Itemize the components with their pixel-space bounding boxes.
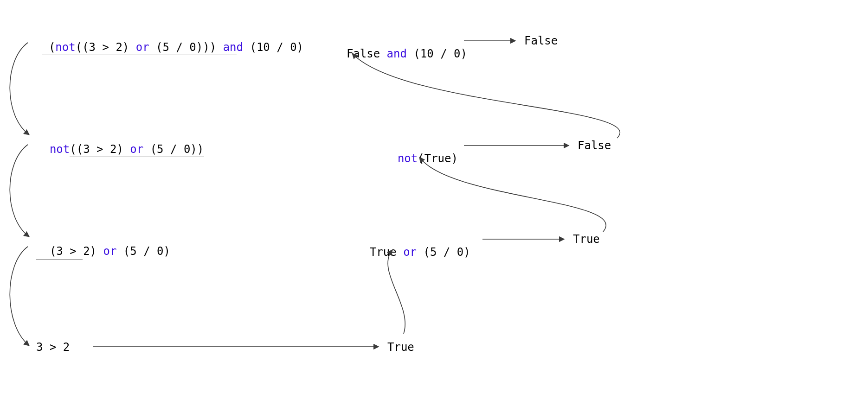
arrow-s1-to-s2 (10, 43, 29, 134)
result-not-true-out: False (578, 139, 611, 152)
tok: (10 / 0) (407, 47, 467, 60)
result-false-and-out: False (524, 34, 558, 47)
kw-or: or (130, 143, 143, 156)
tok: (5 / 0))) (149, 41, 223, 54)
tok: (5 / 0) (417, 246, 470, 259)
kw-not: not (55, 41, 75, 54)
arrows-layer (0, 0, 868, 406)
step3-expr: (3 > 2) or (5 / 0) (36, 232, 170, 258)
result-true-bottom: True (387, 341, 414, 354)
tok: (10 / 0) (243, 41, 303, 54)
arrow-true-to-nottrue (420, 158, 606, 232)
tok: True (370, 246, 403, 259)
kw-and: and (223, 41, 243, 54)
tok: (True) (418, 152, 458, 165)
step1-underline (42, 55, 237, 55)
tok: ( (49, 41, 55, 54)
step4-expr: 3 > 2 (36, 341, 70, 354)
kw-not: not (50, 143, 70, 156)
kw-or: or (403, 246, 417, 259)
tok: False (347, 47, 387, 60)
arrow-s2-to-s3 (10, 145, 29, 236)
arrow-s3-to-s4 (10, 247, 29, 345)
kw-or: or (136, 41, 149, 54)
result-true-or: True or (5 / 0) (356, 233, 470, 259)
arrow-false-to-falseand (353, 54, 620, 138)
result-not-true: not(True) (384, 139, 458, 165)
tok: ((3 > 2) (70, 143, 130, 156)
kw-or: or (103, 245, 117, 258)
tok: (3 > 2) (50, 245, 103, 258)
arrow-true-to-trueor (388, 250, 405, 334)
step2-underline (70, 157, 204, 157)
step1-expr: (not((3 > 2) or (5 / 0))) and (10 / 0) (35, 28, 303, 54)
step2-expr: not((3 > 2) or (5 / 0)) (36, 130, 204, 156)
tok: (5 / 0) (116, 245, 170, 258)
kw-and: and (387, 47, 407, 60)
result-false-and: False and (10 / 0) (333, 34, 467, 60)
step3-underline (36, 260, 83, 260)
tok: (5 / 0)) (143, 143, 204, 156)
tok: ((3 > 2) (76, 41, 136, 54)
result-true-or-out: True (573, 233, 600, 246)
kw-not: not (398, 152, 418, 165)
